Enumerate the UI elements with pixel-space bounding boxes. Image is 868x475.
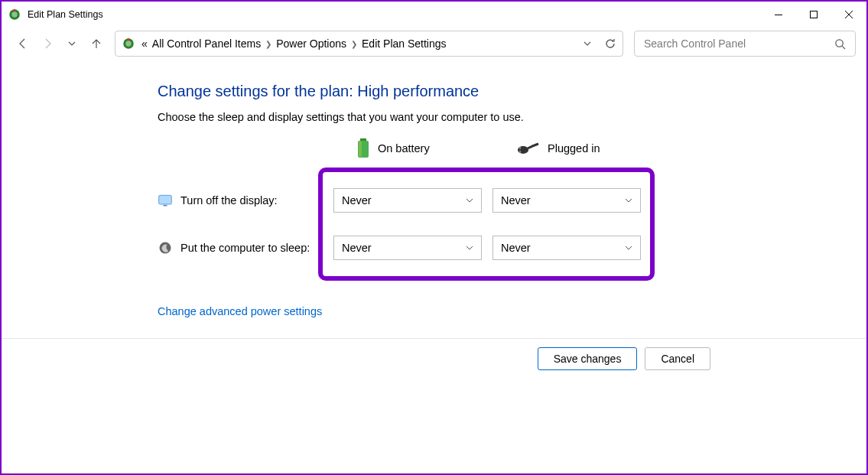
svg-rect-13 xyxy=(519,147,521,149)
search-box[interactable] xyxy=(634,31,856,57)
setting-row-display: Turn off the display: Never Never xyxy=(333,181,639,220)
search-input[interactable] xyxy=(644,37,834,50)
advanced-settings-link[interactable]: Change advanced power settings xyxy=(158,305,322,317)
power-options-icon xyxy=(122,37,135,50)
plug-icon xyxy=(517,141,540,156)
svg-point-2 xyxy=(11,11,18,18)
content: Change settings for the plan: High perfo… xyxy=(2,60,866,318)
battery-icon xyxy=(356,138,370,158)
address-bar[interactable]: « All Control Panel Items ❯ Power Option… xyxy=(115,31,623,57)
breadcrumb: « All Control Panel Items ❯ Power Option… xyxy=(141,37,447,50)
refresh-icon[interactable] xyxy=(604,37,616,50)
titlebar: Edit Plan Settings xyxy=(2,2,866,28)
up-button[interactable] xyxy=(86,33,107,54)
sleep-icon xyxy=(158,240,173,255)
search-icon[interactable] xyxy=(834,38,846,50)
maximize-button[interactable] xyxy=(796,2,831,27)
forward-button[interactable] xyxy=(37,33,58,54)
chevron-right-icon: ❯ xyxy=(351,40,357,48)
close-button[interactable] xyxy=(831,2,866,27)
chevron-down-icon xyxy=(466,244,473,252)
select-display-plugged[interactable]: Never xyxy=(493,188,641,213)
svg-point-8 xyxy=(836,39,843,46)
column-label-plugged: Plugged in xyxy=(548,142,600,155)
row-label-display: Turn off the display: xyxy=(180,194,278,207)
breadcrumb-prefix[interactable]: « xyxy=(141,37,148,50)
footer-buttons: Save changes Cancel xyxy=(538,347,710,370)
window-controls xyxy=(761,2,866,27)
chevron-down-icon xyxy=(625,244,632,252)
chevron-down-icon[interactable] xyxy=(583,39,592,48)
power-options-icon xyxy=(8,8,21,21)
chevron-down-icon xyxy=(625,197,632,204)
column-headers: On battery Plugged in xyxy=(356,138,866,158)
svg-rect-15 xyxy=(159,195,172,204)
save-button[interactable]: Save changes xyxy=(538,347,638,370)
svg-rect-3 xyxy=(775,15,782,15)
recent-dropdown[interactable] xyxy=(61,33,83,54)
highlight-box: Turn off the display: Never Never Put th… xyxy=(318,168,655,281)
page-title: Change settings for the plan: High perfo… xyxy=(158,83,866,100)
svg-point-7 xyxy=(125,41,132,47)
footer-separator xyxy=(2,338,866,339)
select-display-battery[interactable]: Never xyxy=(333,188,482,213)
svg-rect-4 xyxy=(811,11,818,18)
svg-rect-14 xyxy=(519,151,521,153)
toolbar: « All Control Panel Items ❯ Power Option… xyxy=(2,28,866,60)
breadcrumb-item[interactable]: Power Options xyxy=(276,37,346,50)
chevron-right-icon: ❯ xyxy=(265,40,271,48)
select-sleep-plugged[interactable]: Never xyxy=(493,236,641,260)
setting-row-sleep: Put the computer to sleep: Never Never xyxy=(333,229,639,267)
back-button[interactable] xyxy=(12,33,34,54)
svg-rect-9 xyxy=(360,138,366,141)
select-sleep-battery[interactable]: Never xyxy=(333,236,482,260)
column-label-battery: On battery xyxy=(378,142,430,155)
cancel-button[interactable]: Cancel xyxy=(645,347,710,370)
breadcrumb-item[interactable]: Edit Plan Settings xyxy=(362,37,447,50)
svg-rect-11 xyxy=(359,142,362,157)
page-subtitle: Choose the sleep and display settings th… xyxy=(158,111,866,123)
minimize-button[interactable] xyxy=(761,2,796,27)
display-icon xyxy=(158,193,173,208)
window-title: Edit Plan Settings xyxy=(28,9,103,20)
svg-rect-16 xyxy=(164,205,167,207)
breadcrumb-item[interactable]: All Control Panel Items xyxy=(152,37,261,50)
chevron-down-icon xyxy=(466,197,473,204)
row-label-sleep: Put the computer to sleep: xyxy=(180,242,310,254)
